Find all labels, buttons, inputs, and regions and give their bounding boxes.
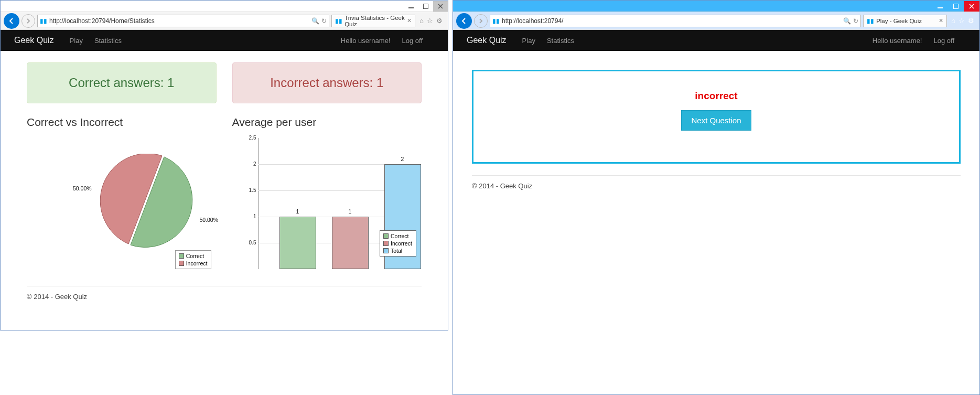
footer-separator — [27, 286, 422, 286]
ytick: 0.5 — [240, 240, 256, 245]
svg-rect-4 — [938, 7, 943, 8]
tools-icon[interactable]: ⚙ — [436, 17, 443, 25]
brand[interactable]: Geek Quiz — [14, 36, 54, 45]
browser-toolbar-right: ▮▮ http://localhost:20794/ 🔍 ↻ ▮▮ Play -… — [453, 12, 979, 30]
minimize-button[interactable] — [404, 1, 418, 12]
address-bar[interactable]: ▮▮ http://localhost:20794/ 🔍 ↻ — [490, 15, 861, 27]
bar-incorrect — [332, 217, 369, 269]
site-navbar: Geek Quiz Play Statistics Hello username… — [453, 30, 979, 51]
site-favicon: ▮▮ — [40, 17, 47, 25]
tab-title: Trivia Statistics - Geek Quiz — [344, 15, 405, 27]
bar-legend: Correct Incorrect Total — [380, 230, 416, 257]
ytick: 2.5 — [240, 135, 256, 141]
back-button[interactable] — [456, 13, 472, 29]
bar-label-correct: 1 — [279, 208, 316, 215]
legend-swatch-correct — [383, 233, 389, 239]
back-button[interactable] — [4, 13, 19, 29]
refresh-icon[interactable]: ↻ — [853, 17, 858, 25]
pie-label-incorrect: 50.00% — [73, 185, 92, 191]
address-url-text: http://localhost:20794/Home/Statistics — [49, 17, 155, 25]
legend-swatch-incorrect — [383, 241, 389, 246]
site-navbar: Geek Quiz Play Statistics Hello username… — [1, 30, 448, 51]
play-container: incorrect Next Question © 2014 - Geek Qu… — [453, 51, 979, 201]
tools-icon[interactable]: ⚙ — [968, 17, 974, 25]
maximize-button[interactable] — [418, 1, 433, 12]
pie-chart-heading: Correct vs Incorrect — [27, 116, 217, 129]
bar-label-total: 2 — [384, 156, 421, 162]
bar-correct — [279, 217, 316, 269]
nav-play-link[interactable]: Play — [522, 37, 535, 45]
ytick: 2 — [240, 161, 256, 167]
ytick: 1.5 — [240, 187, 256, 193]
tab-close-icon[interactable]: ✕ — [939, 17, 943, 24]
footer-separator — [472, 175, 961, 176]
browser-toolbar-left: ▮▮ http://localhost:20794/Home/Statistic… — [1, 12, 448, 30]
nav-greeting-link[interactable]: Hello username! — [341, 37, 391, 45]
footer-text: © 2014 - Geek Quiz — [472, 182, 961, 190]
close-button[interactable] — [964, 1, 979, 12]
tab-favicon: ▮▮ — [335, 17, 342, 25]
nav-play-link[interactable]: Play — [70, 37, 83, 45]
search-icon[interactable]: 🔍 — [311, 17, 319, 25]
close-button[interactable] — [433, 1, 448, 12]
correct-answers-alert: Correct answers: 1 — [27, 62, 217, 103]
nav-statistics-link[interactable]: Statistics — [94, 37, 122, 45]
tab-title: Play - Geek Quiz — [876, 18, 922, 24]
window-play: ▮▮ http://localhost:20794/ 🔍 ↻ ▮▮ Play -… — [453, 0, 980, 395]
pie-label-correct: 50.00% — [199, 217, 218, 223]
nav-logoff-link[interactable]: Log off — [402, 37, 423, 45]
incorrect-answers-alert: Incorrect answers: 1 — [232, 62, 422, 103]
pie-chart: 50.00% 50.00% Correct Incorrect — [27, 133, 217, 274]
legend-swatch-total — [383, 248, 389, 253]
nav-greeting-link[interactable]: Hello username! — [873, 37, 922, 45]
favorites-icon[interactable]: ☆ — [427, 17, 433, 25]
nav-statistics-link[interactable]: Statistics — [547, 37, 574, 45]
next-question-button[interactable]: Next Question — [681, 110, 751, 131]
result-text: incorrect — [473, 90, 959, 102]
window-statistics: ▮▮ http://localhost:20794/Home/Statistic… — [0, 0, 448, 330]
address-url-text: http://localhost:20794/ — [502, 17, 563, 25]
home-icon[interactable]: ⌂ — [951, 17, 955, 25]
bar-label-incorrect: 1 — [332, 208, 369, 215]
minimize-button[interactable] — [932, 1, 948, 12]
footer-text: © 2014 - Geek Quiz — [27, 293, 422, 301]
legend-swatch-correct — [179, 253, 184, 259]
site-favicon: ▮▮ — [492, 17, 500, 25]
legend-swatch-incorrect — [179, 261, 184, 266]
forward-button[interactable] — [21, 14, 35, 28]
search-icon[interactable]: 🔍 — [843, 17, 851, 25]
stats-container: Correct answers: 1 Incorrect answers: 1 … — [1, 51, 448, 312]
quiz-card: incorrect Next Question — [472, 70, 961, 164]
refresh-icon[interactable]: ↻ — [321, 17, 327, 25]
tab-favicon: ▮▮ — [867, 17, 874, 25]
tab-close-icon[interactable]: ✕ — [407, 17, 412, 24]
bar-chart: 2 1.5 1 0.5 2.5 1 1 2 — [232, 133, 422, 274]
maximize-button[interactable] — [948, 1, 964, 12]
browser-tab[interactable]: ▮▮ Play - Geek Quiz ✕ — [863, 15, 947, 27]
svg-rect-0 — [408, 7, 414, 8]
brand[interactable]: Geek Quiz — [467, 36, 507, 45]
nav-logoff-link[interactable]: Log off — [933, 37, 954, 45]
svg-rect-5 — [954, 4, 959, 8]
ytick: 1 — [240, 213, 256, 219]
browser-tab[interactable]: ▮▮ Trivia Statistics - Geek Quiz ✕ — [331, 15, 415, 27]
titlebar-right — [453, 1, 979, 12]
bar-chart-heading: Average per user — [232, 116, 422, 129]
titlebar-left — [1, 1, 448, 12]
address-bar[interactable]: ▮▮ http://localhost:20794/Home/Statistic… — [37, 15, 329, 27]
svg-rect-1 — [424, 4, 428, 8]
home-icon[interactable]: ⌂ — [419, 17, 424, 25]
pie-legend: Correct Incorrect — [175, 250, 211, 269]
favorites-icon[interactable]: ☆ — [959, 17, 965, 25]
forward-button[interactable] — [474, 14, 488, 28]
